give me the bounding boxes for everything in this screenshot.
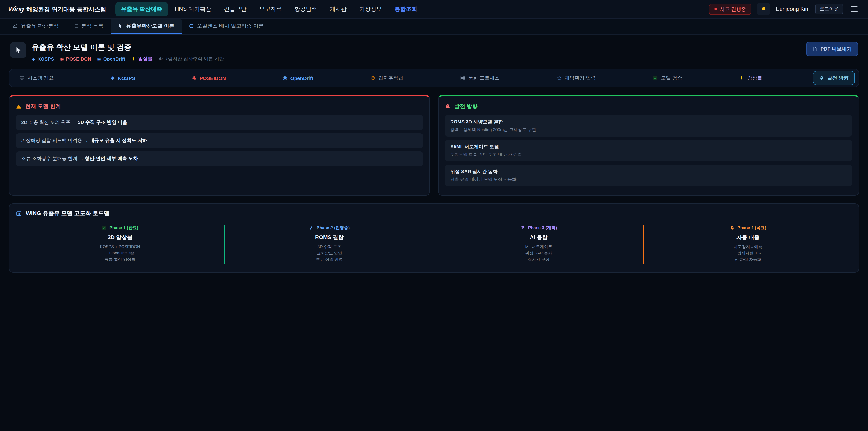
phase-4-label: Phase 4 (목표) (647, 225, 849, 231)
pdf-export-button[interactable]: PDF 내보내기 (806, 42, 858, 56)
rocket-icon (819, 75, 824, 81)
limit-item: 기상해양 결합 피드백 미적용 → 대규모 유출 시 정확도 저하 (16, 133, 423, 148)
section-nav-model-validation[interactable]: 모델 검증 (647, 71, 688, 85)
section-nav-ensemble[interactable]: 앙상블 (733, 71, 769, 85)
rocket-icon (445, 103, 451, 110)
logo-mark: Wing (8, 5, 24, 12)
tab-spill-model-theory[interactable]: 유출유확산모델 이론 (111, 19, 182, 34)
roadmap-panel: WING 유출유 모델 고도화 로드맵 Phase 1 (완료) 2D 앙상블 … (9, 204, 859, 273)
section-nav: 시스템 개요 ◆ KOSPS ◉ POSEIDON ◉ OpenDrift 입자… (9, 69, 859, 87)
list-icon (73, 24, 78, 29)
check-square-icon (653, 75, 658, 81)
page-subtitle: 라그랑지안 입자추적 이론 기반 (158, 56, 224, 62)
current-model-limits-panel: 현재 모델 한계 2D 표층 확산 모의 위주 → 3D 수직 구조 반영 미흡… (9, 95, 430, 196)
dot-circle-icon: ◉ (192, 75, 196, 81)
phase-1-label: Phase 1 (완료) (19, 225, 221, 231)
roadmap-phase-4: Phase 4 (목표) 자동 대응 사고감지→예측 →방제자원 배치 전 과정… (644, 224, 852, 265)
nav-item-board[interactable]: 게시판 (324, 2, 352, 16)
phase-3-label: Phase 3 (계획) (437, 225, 640, 231)
incident-badge-label: 사고 진행중 (720, 6, 746, 12)
dot-circle-icon: ◉ (60, 56, 64, 61)
future-directions-panel: 발전 방향 ROMS 3D 해양모델 결합 광역→상세역 Nesting 200… (438, 95, 859, 196)
nav-item-aerial-search[interactable]: 항공탐색 (289, 2, 323, 16)
user-name: Eunjeong Kim (776, 6, 810, 12)
incident-dot-icon (714, 8, 717, 10)
directions-panel-title: 발전 방향 (445, 102, 852, 110)
limit-item: 조류 조화상수 분해능 한계 → 항만·연안 세부 예측 오차 (16, 151, 423, 166)
tab-spill-diffusion-analysis[interactable]: 유출유 확산분석 (5, 19, 66, 34)
direction-item: AI/ML 서로게이트 모델 수치모델 학습 기반 수초 내 근사 예측 (445, 140, 852, 161)
tab-analysis-list[interactable]: 분석 목록 (66, 19, 111, 34)
model-badge-row: ◆KOSPS ◉POSEIDON ◉OpenDrift 앙상블 라그랑지안 입자… (32, 56, 224, 62)
wrench-icon (309, 225, 314, 230)
bell-icon (761, 6, 767, 12)
section-nav-future-directions[interactable]: 발전 방향 (813, 71, 855, 85)
nav-item-reports[interactable]: 보고자료 (253, 2, 288, 16)
roadmap-phase-1: Phase 1 (완료) 2D 앙상블 KOSPS + POSEIDON + O… (16, 224, 224, 265)
warning-icon (16, 103, 22, 110)
page-title: 유출유 확산 모델 이론 및 검증 (32, 42, 224, 53)
badge-poseidon: ◉POSEIDON (60, 56, 91, 61)
section-nav-opendrift[interactable]: ◉ OpenDrift (276, 71, 320, 85)
page-titles: 유출유 확산 모델 이론 및 검증 ◆KOSPS ◉POSEIDON ◉Open… (32, 42, 224, 62)
nav-item-oil-spill-prediction[interactable]: 유출유 확산예측 (115, 2, 168, 16)
main-content: 유출유 확산 모델 이론 및 검증 ◆KOSPS ◉POSEIDON ◉Open… (0, 42, 868, 273)
app-root: Wing 해양환경 위기대응 통합시스템 유출유 확산예측 HNS·대기확산 긴… (0, 0, 868, 431)
dot-circle-icon: ◉ (97, 56, 101, 61)
topbar: Wing 해양환경 위기대응 통합시스템 유출유 확산예측 HNS·대기확산 긴… (0, 0, 868, 19)
direction-item: 위성 SAR 실시간 동화 관측 유막 데이터 모델 보정 자동화 (445, 165, 852, 186)
diamond-icon: ◆ (111, 75, 115, 81)
topbar-right: 사고 진행중 Eunjeong Kim 로그아웃 (709, 3, 860, 15)
section-nav-kosps[interactable]: ◆ KOSPS (104, 71, 142, 85)
dot-circle-icon: ◉ (283, 75, 287, 81)
section-nav-system-overview[interactable]: 시스템 개요 (13, 71, 60, 85)
panels-row: 현재 모델 한계 2D 표층 확산 모의 위주 → 3D 수직 구조 반영 미흡… (9, 95, 859, 196)
sub-tabbar: 유출유 확산분석 분석 목록 유출유확산모델 이론 오일펜스 배치 알고리즘 이… (0, 19, 868, 35)
cursor-icon (118, 24, 123, 29)
badge-kosps: ◆KOSPS (32, 56, 54, 61)
nav-item-emergency-rescue[interactable]: 긴급구난 (218, 2, 252, 16)
roadmap-title: WING 유출유 모델 고도화 로드맵 (16, 210, 852, 217)
section-nav-marine-environment-input[interactable]: 해양환경 입력 (550, 71, 602, 85)
badge-ensemble: 앙상블 (131, 56, 153, 62)
hamburger-menu-icon[interactable] (848, 4, 860, 14)
diamond-icon: ◆ (32, 56, 35, 61)
section-nav-weathering-process[interactable]: 풍화 프로세스 (454, 71, 506, 85)
limits-panel-title: 현재 모델 한계 (16, 102, 423, 110)
nav-item-hns-air-diffusion[interactable]: HNS·대기확산 (169, 2, 217, 16)
section-nav-particle-tracking[interactable]: 입자추적법 (364, 71, 410, 85)
table-icon (16, 211, 22, 217)
section-nav-poseidon[interactable]: ◉ POSEIDON (186, 71, 232, 85)
roadmap-phase-3: Phase 3 (계획) AI 융합 ML 서로게이트 위성 SAR 동화 실시… (434, 224, 643, 265)
monitor-icon (20, 75, 24, 81)
logo-text: 해양환경 위기대응 통합시스템 (26, 5, 106, 13)
cloud-icon (557, 75, 561, 81)
grid-icon (460, 75, 465, 81)
app-logo[interactable]: Wing 해양환경 위기대응 통합시스템 (8, 5, 106, 13)
incident-status-badge[interactable]: 사고 진행중 (709, 3, 751, 15)
document-icon (812, 47, 817, 52)
roadmap-phase-2: Phase 2 (진행중) ROMS 결합 3D 수직 구조 고해상도 연안 조… (225, 224, 434, 265)
nav-item-weather-info[interactable]: 기상정보 (353, 2, 388, 16)
logout-button[interactable]: 로그아웃 (815, 4, 843, 14)
roadmap-phases: Phase 1 (완료) 2D 앙상블 KOSPS + POSEIDON + O… (16, 224, 852, 265)
nav-item-integrated-search[interactable]: 통합조회 (389, 2, 423, 16)
satellite-icon (520, 225, 525, 230)
direction-item: ROMS 3D 해양모델 결합 광역→상세역 Nesting 200m급 고해상… (445, 115, 852, 136)
check-square-icon (102, 225, 107, 230)
page-cursor-icon (10, 42, 26, 58)
rocket-icon (730, 225, 735, 230)
page-header: 유출유 확산 모델 이론 및 검증 ◆KOSPS ◉POSEIDON ◉Open… (10, 42, 858, 62)
limit-item: 2D 표층 확산 모의 위주 → 3D 수직 구조 반영 미흡 (16, 115, 423, 130)
main-nav: 유출유 확산예측 HNS·대기확산 긴급구난 보고자료 항공탐색 게시판 기상정… (115, 2, 423, 16)
particles-icon (370, 75, 375, 81)
phase-2-label: Phase 2 (진행중) (228, 225, 431, 231)
tab-oil-fence-algorithm-theory[interactable]: 오일펜스 배치 알고리즘 이론 (182, 19, 271, 34)
lightning-icon (131, 56, 136, 61)
badge-opendrift: ◉OpenDrift (97, 56, 125, 61)
notifications-button[interactable] (757, 3, 771, 15)
chart-icon (13, 24, 18, 29)
globe-icon (189, 24, 194, 29)
lightning-icon (739, 75, 744, 81)
